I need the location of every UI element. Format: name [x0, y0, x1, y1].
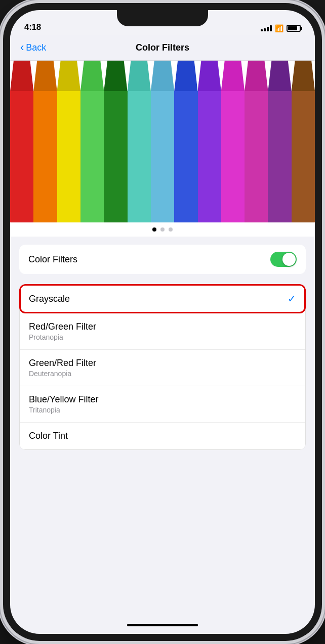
- pencils-area: [10, 61, 315, 222]
- status-icons: 📶: [261, 24, 301, 32]
- filter-options-section: Grayscale ✓ Red/Green Filter Protanopia: [10, 284, 315, 450]
- red-green-label: Red/Green Filter: [29, 321, 96, 332]
- filter-row-blue-yellow[interactable]: Blue/Yellow Filter Tritanopia: [20, 386, 305, 423]
- pencil-orange: [33, 61, 57, 222]
- signal-icon: [261, 25, 272, 31]
- color-filters-label: Color Filters: [28, 254, 270, 265]
- notch: [117, 10, 208, 26]
- color-filters-toggle[interactable]: [270, 252, 297, 267]
- wifi-icon: 📶: [275, 24, 283, 32]
- page-dot-3[interactable]: [169, 227, 173, 232]
- status-time: 4:18: [24, 22, 41, 32]
- screen: 4:18 📶 ‹ Ba: [10, 10, 315, 634]
- blue-yellow-sublabel: Tritanopia: [29, 406, 98, 414]
- checkmark-icon: ✓: [288, 293, 296, 305]
- pencil-red: [10, 61, 33, 222]
- color-tint-label: Color Tint: [29, 431, 68, 441]
- page-dot-1[interactable]: [152, 227, 156, 232]
- filter-row-color-tint[interactable]: Color Tint: [20, 423, 305, 449]
- pencil-blue: [174, 61, 197, 222]
- pencil-magenta: [221, 61, 245, 222]
- phone-inner: 4:18 📶 ‹ Ba: [3, 3, 322, 641]
- pencil-brown: [292, 61, 315, 222]
- green-red-label: Green/Red Filter: [29, 358, 96, 369]
- filter-row-red-green[interactable]: Red/Green Filter Protanopia: [20, 313, 305, 350]
- pencil-pink: [245, 61, 268, 222]
- filter-normal-rows: Red/Green Filter Protanopia Green/Red Fi…: [19, 307, 306, 450]
- pencil-light-blue: [151, 61, 174, 222]
- back-label[interactable]: Back: [26, 42, 46, 53]
- phone-frame: 4:18 📶 ‹ Ba: [0, 0, 325, 644]
- color-filters-row: Color Filters: [19, 245, 306, 274]
- pencil-purple: [268, 61, 291, 222]
- pencil-violet: [198, 61, 221, 222]
- back-button[interactable]: ‹ Back: [20, 42, 46, 53]
- nav-title: Color Filters: [136, 42, 189, 53]
- nav-bar: ‹ Back Color Filters: [10, 35, 315, 61]
- filter-row-grayscale[interactable]: Grayscale ✓: [19, 284, 306, 313]
- color-filters-section: Color Filters: [10, 245, 315, 274]
- blue-yellow-label: Blue/Yellow Filter: [29, 394, 98, 405]
- green-red-sublabel: Deuteranopia: [29, 370, 96, 378]
- color-filters-card: Color Filters: [19, 245, 306, 274]
- pencil-teal: [128, 61, 151, 222]
- settings-content: Color Filters Grayscale ✓: [10, 237, 315, 616]
- toggle-thumb: [282, 253, 296, 266]
- pencils-container: [10, 61, 315, 222]
- page-dot-2[interactable]: [160, 227, 165, 232]
- back-chevron-icon: ‹: [20, 42, 24, 53]
- pencil-light-green: [80, 61, 104, 222]
- page-dots: [10, 222, 315, 237]
- pencil-dark-green: [104, 61, 127, 222]
- home-bar: [10, 616, 315, 634]
- grayscale-label: Grayscale: [29, 294, 288, 304]
- filter-row-green-red[interactable]: Green/Red Filter Deuteranopia: [20, 350, 305, 386]
- red-green-sublabel: Protanopia: [29, 333, 96, 341]
- battery-icon: [287, 25, 301, 32]
- pencil-yellow: [57, 61, 80, 222]
- home-bar-line: [127, 624, 198, 626]
